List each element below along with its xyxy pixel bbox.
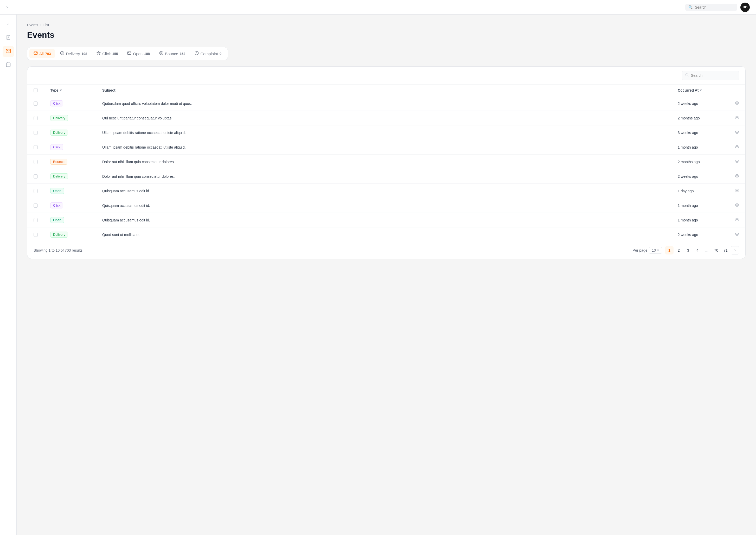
select-all-checkbox[interactable] (34, 88, 38, 92)
page-num-1[interactable]: 1 (665, 246, 674, 255)
filter-tab-all[interactable]: All 703 (29, 49, 55, 58)
per-page-select[interactable]: 10 ∨ (649, 247, 662, 254)
row-action-cell (729, 213, 745, 227)
view-icon[interactable] (735, 189, 739, 193)
sidebar-item-home[interactable]: ⌂ (3, 19, 14, 30)
row-type-cell: Click (44, 198, 96, 213)
filter-tab-click[interactable]: Click 155 (92, 49, 122, 58)
per-page-value: 10 (652, 248, 656, 252)
row-checkbox[interactable] (34, 218, 38, 222)
occurred-sort-icon[interactable]: ∨ (700, 89, 702, 92)
row-checkbox[interactable] (34, 101, 38, 106)
view-icon[interactable] (735, 101, 739, 106)
filter-tab-click-count: 155 (112, 52, 118, 56)
row-check-cell (27, 184, 44, 198)
filter-tab-open[interactable]: Open 188 (123, 49, 154, 58)
complaint-icon (195, 51, 199, 56)
table-search-icon (685, 73, 689, 78)
table-row: Open Quisquam accusamus odit id. 1 day a… (27, 184, 745, 198)
filter-tab-complaint-count: 0 (220, 52, 221, 56)
svg-point-21 (737, 117, 738, 118)
breadcrumb-parent[interactable]: Events (27, 23, 38, 27)
row-check-cell (27, 140, 44, 155)
filter-tab-delivery-label: Delivery (66, 51, 80, 56)
table-search-box[interactable] (682, 71, 739, 80)
row-occurred-cell: 2 weeks ago (671, 169, 729, 184)
view-icon[interactable] (735, 145, 739, 150)
row-checkbox[interactable] (34, 189, 38, 193)
table-search-input[interactable] (691, 73, 736, 77)
type-badge: Open (50, 217, 64, 223)
per-page-label: Per page (633, 248, 648, 252)
row-subject-cell: Quisquam accusamus odit id. (96, 198, 671, 213)
pagination-right: Per page 10 ∨ 1 2 3 4 ... 70 71 (633, 246, 739, 255)
type-sort-icon[interactable]: ∨ (60, 89, 62, 92)
row-type-cell: Open (44, 184, 96, 198)
view-icon[interactable] (735, 160, 739, 164)
table-row: Delivery Qui nesciunt pariatur consequat… (27, 111, 745, 126)
row-checkbox[interactable] (34, 160, 38, 164)
expand-sidebar-icon[interactable]: › (6, 4, 8, 10)
breadcrumb-current: List (43, 23, 49, 27)
row-action-cell (729, 227, 745, 242)
row-occurred-cell: 1 month ago (671, 213, 729, 227)
row-checkbox[interactable] (34, 204, 38, 208)
svg-line-19 (688, 76, 688, 76)
filter-tab-bounce-label: Bounce (165, 51, 178, 56)
row-subject-cell: Quisquam accusamus odit id. (96, 213, 671, 227)
sidebar-item-document[interactable] (3, 32, 14, 44)
filter-tab-all-count: 703 (45, 52, 51, 56)
filter-tab-delivery[interactable]: Delivery 198 (56, 49, 91, 58)
row-occurred-cell: 1 month ago (671, 198, 729, 213)
row-occurred-cell: 2 weeks ago (671, 96, 729, 111)
row-checkbox[interactable] (34, 233, 38, 237)
filter-tab-bounce[interactable]: Bounce 162 (155, 49, 190, 58)
page-num-3[interactable]: 3 (684, 246, 692, 255)
row-type-cell: Delivery (44, 169, 96, 184)
sidebar-item-mail[interactable] (3, 46, 14, 57)
view-icon[interactable] (735, 116, 739, 121)
view-icon[interactable] (735, 218, 739, 222)
page-num-70[interactable]: 70 (712, 246, 720, 255)
global-search-box[interactable]: 🔍 (685, 4, 737, 11)
table-row: Click Quisquam accusamus odit id. 1 mont… (27, 198, 745, 213)
type-badge: Bounce (50, 159, 68, 165)
sidebar-item-calendar[interactable] (3, 59, 14, 71)
row-checkbox[interactable] (34, 145, 38, 149)
row-checkbox[interactable] (34, 174, 38, 179)
filter-tab-all-label: All (39, 51, 44, 56)
layout: ⌂ (0, 14, 756, 535)
page-num-4[interactable]: 4 (693, 246, 702, 255)
sidebar: ⌂ (0, 14, 17, 535)
filter-tab-complaint[interactable]: Complaint 0 (190, 49, 226, 58)
type-badge: Delivery (50, 129, 68, 136)
col-header-type: Type ∨ (44, 85, 96, 96)
view-icon[interactable] (735, 131, 739, 135)
page-num-71[interactable]: 71 (721, 246, 730, 255)
filter-tab-complaint-label: Complaint (200, 51, 218, 56)
topbar-left: › (6, 4, 8, 10)
row-checkbox[interactable] (34, 131, 38, 135)
row-check-cell (27, 96, 44, 111)
table-row: Delivery Dolor aut nihil illum quia cons… (27, 169, 745, 184)
global-search-input[interactable] (695, 5, 734, 9)
view-icon[interactable] (735, 174, 739, 179)
select-all-cell (27, 85, 44, 96)
view-icon[interactable] (735, 233, 739, 237)
click-icon (96, 51, 101, 56)
type-badge: Open (50, 188, 64, 194)
table-row: Click Ullam ipsam debitis ratione occaec… (27, 140, 745, 155)
main-content: Events › List Events All 703 (17, 14, 756, 535)
page-num-2[interactable]: 2 (675, 246, 683, 255)
table-card: Type ∨ Subject Occurred At ∨ (27, 66, 745, 259)
document-icon (6, 35, 11, 42)
row-checkbox[interactable] (34, 116, 38, 120)
page-next-arrow[interactable]: › (731, 246, 739, 255)
avatar[interactable]: BD (741, 3, 750, 12)
view-icon[interactable] (735, 204, 739, 208)
row-subject-cell: Quisquam accusamus odit id. (96, 184, 671, 198)
svg-point-26 (737, 190, 738, 191)
row-check-cell (27, 198, 44, 213)
row-check-cell (27, 169, 44, 184)
row-subject-cell: Dolor aut nihil illum quia consectetur d… (96, 155, 671, 169)
